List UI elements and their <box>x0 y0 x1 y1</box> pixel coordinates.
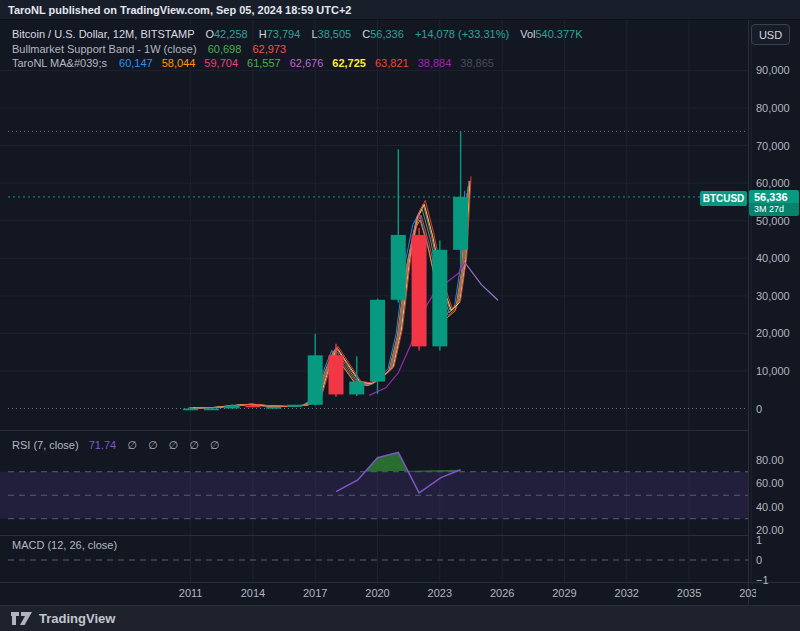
tradingview-logo-icon[interactable] <box>10 611 33 626</box>
price-axis-label: 60,000 <box>756 177 790 189</box>
ma-legend-value: 38,884 <box>418 57 452 69</box>
candle-body-2011[interactable] <box>183 408 198 410</box>
current-price-value: 56,336 <box>749 190 799 203</box>
pane-divider-rsi-macd[interactable] <box>0 535 748 536</box>
symbol-legend-row[interactable]: Bitcoin / U.S. Dollar, 12M, BITSTAMP O42… <box>12 28 583 40</box>
macd-legend-row[interactable]: MACD (12, 26, close) <box>12 539 117 551</box>
price-axis-label: 10,000 <box>756 365 790 377</box>
ma-legend-value: 60,147 <box>119 57 153 69</box>
high-value: 73,794 <box>267 28 301 40</box>
ma-legend-value: 62,725 <box>332 57 366 69</box>
candle-body-2016[interactable] <box>287 405 302 407</box>
rsi-legend-row[interactable]: RSI (7, close) 71.74 ∅ ∅ ∅ ∅ ∅ <box>12 439 223 452</box>
candle-body-2021[interactable] <box>391 235 406 300</box>
bar-countdown: 3M 27d <box>749 203 799 216</box>
bullmarket-band-value-2: 62,973 <box>252 43 286 55</box>
rsi-axis-label: 40.00 <box>756 501 784 513</box>
symbol-title[interactable]: Bitcoin / U.S. Dollar, 12M, BITSTAMP <box>12 28 194 40</box>
time-axis-label: 2023 <box>420 587 460 599</box>
macd-title[interactable]: MACD (12, 26, close) <box>12 539 117 551</box>
time-axis-label: 2032 <box>607 587 647 599</box>
price-axis-label: 70,000 <box>756 140 790 152</box>
ma-legend-value: 63,821 <box>375 57 409 69</box>
long-ma-projection[interactable] <box>465 263 498 301</box>
price-axis-label: 20,000 <box>756 327 790 339</box>
tradingview-brand-text[interactable]: TradingView <box>39 611 115 626</box>
price-axis-label: 30,000 <box>756 290 790 302</box>
price-axis-label: 80,000 <box>756 102 790 114</box>
bullmarket-band-title[interactable]: Bullmarket Support Band - 1W (close) <box>12 43 197 55</box>
volume-value: 540.377K <box>535 28 582 40</box>
rsi-zero-values: ∅ ∅ ∅ ∅ ∅ <box>127 439 223 451</box>
time-axis-label: 2035 <box>669 587 709 599</box>
pane-divider-main-rsi[interactable] <box>0 430 748 431</box>
price-axis-label: 50,000 <box>756 215 790 227</box>
ma-legend-value: 38,865 <box>460 57 494 69</box>
symbol-price-pill-label: BTCUSD <box>703 193 745 204</box>
chart-canvas[interactable] <box>0 0 800 631</box>
price-axis-label: 0 <box>756 403 762 415</box>
candle-body-2015[interactable] <box>266 407 281 409</box>
time-axis-label: 2017 <box>295 587 335 599</box>
time-axis-label: 2014 <box>233 587 273 599</box>
time-axis-label: 2011 <box>171 587 211 599</box>
high-label: H <box>259 28 267 40</box>
footer-bar: TradingView <box>0 605 800 631</box>
volume-label: Vol <box>520 28 535 40</box>
candle-body-2012[interactable] <box>204 408 219 410</box>
candle-body-2014[interactable] <box>245 405 260 407</box>
time-axis-label: 2026 <box>482 587 522 599</box>
time-axis-label: 2038 <box>731 587 756 599</box>
bullmarket-band-legend-row[interactable]: Bullmarket Support Band - 1W (close) 60,… <box>12 43 286 55</box>
candle-body-2017[interactable] <box>308 355 323 404</box>
candle-body-2019[interactable] <box>349 382 364 395</box>
low-value: 38,505 <box>318 28 352 40</box>
ma-legend-title[interactable]: TaroNL MA&#039;s <box>12 57 107 69</box>
candle-body-2013[interactable] <box>225 405 240 408</box>
macd-axis-label: 1 <box>756 534 762 546</box>
ma-legend-value: 61,557 <box>247 57 281 69</box>
candle-body-2020[interactable] <box>370 300 385 382</box>
time-axis[interactable]: 2011201420172020202320262029203220352038 <box>0 582 756 605</box>
rsi-value: 71.74 <box>89 439 117 451</box>
candle-body-2018[interactable] <box>328 355 343 394</box>
time-axis-label: 2029 <box>544 587 584 599</box>
change-value: +14,078 (+33.31%) <box>415 28 509 40</box>
bullmarket-band-value-1: 60,698 <box>208 43 242 55</box>
price-axis[interactable]: 90,00080,00070,00060,00050,00040,00030,0… <box>748 20 800 582</box>
rsi-axis-label: 60.00 <box>756 477 784 489</box>
macd-axis-label: 0 <box>756 554 762 566</box>
price-axis-label: 40,000 <box>756 252 790 264</box>
rsi-title[interactable]: RSI (7, close) <box>12 439 79 451</box>
ma-legend-value: 58,044 <box>162 57 196 69</box>
candle-body-2023[interactable] <box>432 250 447 347</box>
tradingview-snapshot: TaroNL published on TradingView.com, Sep… <box>0 0 800 631</box>
open-label: O <box>205 28 214 40</box>
candle-body-2024[interactable] <box>453 197 468 250</box>
close-value: 56,336 <box>370 28 404 40</box>
macd-axis-label: −1 <box>756 574 769 586</box>
rsi-axis-label: 80.00 <box>756 454 784 466</box>
ma-legend-value: 62,676 <box>290 57 324 69</box>
symbol-price-pill: BTCUSD <box>700 191 747 206</box>
ma-legend-value: 59,704 <box>204 57 238 69</box>
ma-legend-row[interactable]: TaroNL MA&#039;s 60,14758,04459,70461,55… <box>12 57 494 69</box>
current-price-flag: 56,336 3M 27d <box>749 190 799 216</box>
close-label: C <box>362 28 370 40</box>
open-value: 42,258 <box>214 28 248 40</box>
candle-body-2022[interactable] <box>412 235 427 346</box>
time-axis-label: 2020 <box>358 587 398 599</box>
ma-values: 60,14758,04459,70461,55762,67662,72563,8… <box>110 57 494 69</box>
price-axis-label: 90,000 <box>756 64 790 76</box>
rsi-overbought-fill <box>365 452 461 471</box>
